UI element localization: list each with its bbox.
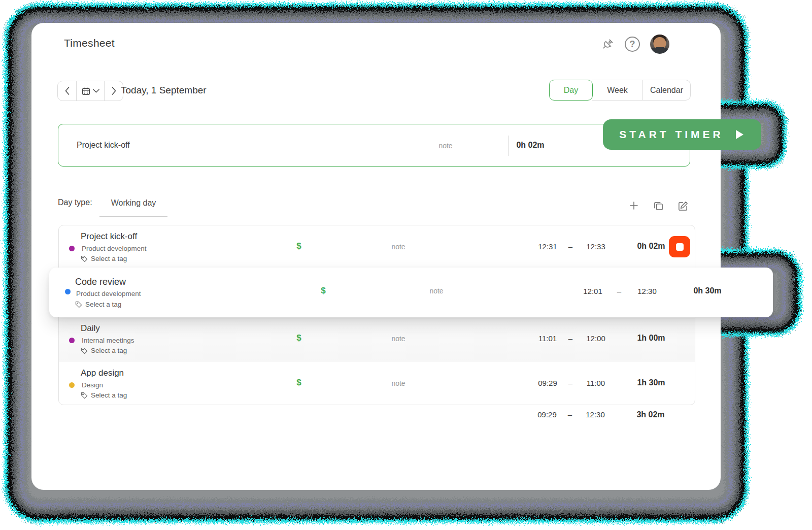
entry-end-time[interactable]: 11:00	[581, 379, 611, 387]
entry-start-time[interactable]: 12:31	[532, 242, 563, 251]
total-end-time: 12:30	[580, 410, 611, 419]
timer-task-input[interactable]: Project kick-off	[77, 141, 130, 150]
total-duration: 3h 02m	[623, 410, 679, 419]
help-glyph: ?	[630, 39, 635, 50]
billable-toggle[interactable]: $	[294, 378, 304, 388]
tab-day[interactable]: Day	[549, 80, 593, 101]
start-timer-label: START TIMER	[619, 128, 724, 141]
date-navigator	[57, 81, 123, 101]
select-tag-button[interactable]: Select a tag	[75, 301, 121, 308]
entry-duration: 1h 30m	[623, 378, 679, 387]
stop-timer-button[interactable]	[669, 236, 690, 257]
duplicate-day-button[interactable]	[649, 196, 667, 215]
plus-icon	[629, 201, 639, 211]
select-tag-button[interactable]: Select a tag	[81, 347, 127, 354]
timer-elapsed-value: 0h 02m	[505, 141, 556, 150]
entry-start-time[interactable]: 11:01	[532, 334, 563, 343]
time-range-separator: –	[565, 242, 576, 251]
user-avatar[interactable]	[650, 35, 669, 54]
time-range-separator: –	[614, 287, 624, 295]
entry-title: App design	[81, 368, 124, 378]
billable-toggle[interactable]: $	[318, 286, 328, 296]
tab-week[interactable]: Week	[592, 80, 643, 101]
category-color-dot	[65, 289, 71, 294]
entry-end-time[interactable]: 12:30	[632, 287, 662, 295]
category-color-dot	[69, 382, 75, 388]
day-type-select[interactable]: Working day	[99, 195, 167, 217]
select-tag-button[interactable]: Select a tag	[81, 391, 127, 399]
entry-title: Daily	[81, 323, 100, 334]
current-date-label: Today, 1 September	[121, 85, 207, 96]
previous-day-button[interactable]	[58, 81, 76, 101]
timer-note-input[interactable]: note	[420, 142, 471, 150]
edit-icon	[678, 201, 688, 211]
active-timer-bar: Project kick-off note 0h 02m	[58, 124, 690, 167]
entry-note-input[interactable]: note	[373, 379, 424, 387]
copy-icon	[653, 201, 664, 211]
time-range-separator: –	[565, 410, 575, 419]
entry-end-time[interactable]: 12:00	[581, 334, 611, 343]
integrations-plug-icon[interactable]	[600, 36, 616, 52]
time-entry-row[interactable]: App design Design Select a tag $ note 09…	[59, 361, 695, 406]
day-type-label: Day type:	[58, 198, 92, 207]
view-switcher: Day Week Calendar	[549, 80, 691, 101]
help-icon[interactable]: ?	[625, 37, 640, 52]
entry-duration: 0h 30m	[680, 286, 735, 295]
tag-icon	[81, 392, 88, 399]
next-day-button[interactable]	[105, 81, 123, 101]
total-start-time: 09:29	[532, 410, 562, 419]
page-title: Timesheet	[64, 37, 115, 49]
start-timer-button[interactable]: START TIMER	[603, 119, 761, 150]
entry-category: Product development	[82, 245, 147, 252]
billable-toggle[interactable]: $	[294, 241, 304, 251]
timesheet-app-card: Timesheet ?	[31, 23, 721, 490]
entry-start-time[interactable]: 12:01	[578, 287, 608, 295]
chevron-down-icon	[93, 89, 99, 93]
entry-note-input[interactable]: note	[411, 287, 462, 295]
entry-title: Project kick-off	[81, 231, 137, 242]
tab-calendar[interactable]: Calendar	[643, 80, 691, 101]
select-tag-button[interactable]: Select a tag	[81, 255, 127, 262]
category-color-dot	[69, 246, 75, 251]
entry-category: Internal meetings	[82, 337, 134, 344]
time-entry-row-floating[interactable]: Code review Product development Select a…	[49, 268, 773, 317]
entry-category: Design	[82, 381, 103, 389]
tag-icon	[81, 347, 88, 354]
calendar-icon	[82, 87, 90, 95]
entry-category: Product development	[76, 290, 141, 297]
entry-duration: 1h 00m	[623, 334, 679, 343]
time-entry-row[interactable]: Daily Internal meetings Select a tag $ n…	[59, 318, 695, 361]
billable-toggle[interactable]: $	[294, 333, 304, 343]
entry-note-input[interactable]: note	[373, 243, 424, 251]
tag-icon	[75, 301, 82, 308]
time-range-separator: –	[565, 379, 576, 387]
entry-start-time[interactable]: 09:29	[532, 379, 563, 387]
add-entry-button[interactable]	[625, 196, 643, 215]
time-entry-row[interactable]: Project kick-off Product development Sel…	[59, 225, 695, 268]
time-range-separator: –	[565, 334, 576, 343]
entry-end-time[interactable]: 12:33	[581, 242, 611, 251]
edit-entries-button[interactable]	[673, 196, 692, 215]
category-color-dot	[69, 338, 75, 343]
calendar-picker-button[interactable]	[76, 81, 105, 101]
stop-icon	[676, 243, 684, 251]
entry-title: Code review	[75, 277, 126, 287]
entry-note-input[interactable]: note	[373, 335, 424, 343]
play-icon	[733, 128, 745, 141]
tag-icon	[81, 255, 88, 262]
screenshot-stage: Timesheet ?	[0, 0, 812, 530]
